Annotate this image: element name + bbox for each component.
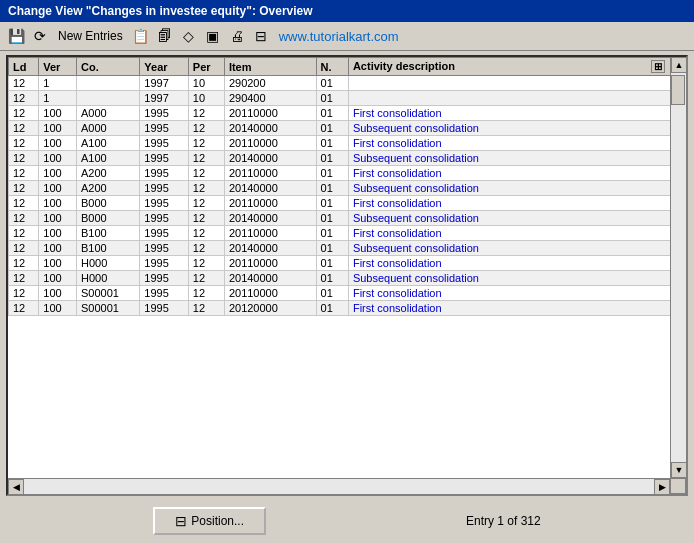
table-row[interactable]: 12100B1001995122011000001First consolida… [9, 226, 686, 241]
table-row[interactable]: 12100H0001995122011000001First consolida… [9, 256, 686, 271]
cell-n: 01 [316, 181, 348, 196]
activity-link[interactable]: First consolidation [353, 287, 442, 299]
cell-year: 1995 [140, 136, 189, 151]
cell-ld: 12 [9, 301, 39, 316]
cell-year: 1995 [140, 181, 189, 196]
activity-link[interactable]: First consolidation [353, 197, 442, 209]
cell-n: 01 [316, 271, 348, 286]
cell-ld: 12 [9, 181, 39, 196]
cell-activity[interactable]: First consolidation [348, 166, 685, 181]
cell-activity[interactable]: First consolidation [348, 136, 685, 151]
cell-item: 20110000 [224, 256, 316, 271]
cell-activity[interactable]: Subsequent consolidation [348, 181, 685, 196]
activity-link[interactable]: First consolidation [353, 167, 442, 179]
save-icon[interactable]: 💾 [6, 26, 26, 46]
cell-n: 01 [316, 151, 348, 166]
cell-activity[interactable]: First consolidation [348, 106, 685, 121]
cell-activity[interactable]: First consolidation [348, 301, 685, 316]
table-row[interactable]: 12100B0001995122014000001Subsequent cons… [9, 211, 686, 226]
table-row[interactable]: 12100A2001995122011000001First consolida… [9, 166, 686, 181]
activity-link[interactable]: Subsequent consolidation [353, 272, 479, 284]
scroll-track[interactable] [671, 73, 686, 462]
table-row[interactable]: 12100A2001995122014000001Subsequent cons… [9, 181, 686, 196]
table-row[interactable]: 12100A1001995122014000001Subsequent cons… [9, 151, 686, 166]
cell-year: 1995 [140, 301, 189, 316]
cell-co: B100 [77, 226, 140, 241]
cell-activity[interactable]: First consolidation [348, 196, 685, 211]
cell-year: 1995 [140, 106, 189, 121]
activity-link[interactable]: Subsequent consolidation [353, 242, 479, 254]
scroll-up-btn[interactable]: ▲ [671, 57, 687, 73]
table-row[interactable]: 12119971029020001 [9, 76, 686, 91]
position-button[interactable]: ⊟ Position... [153, 507, 266, 535]
cell-item: 20140000 [224, 181, 316, 196]
activity-link[interactable]: First consolidation [353, 107, 442, 119]
activity-link[interactable]: Subsequent consolidation [353, 122, 479, 134]
cell-item: 20110000 [224, 226, 316, 241]
cell-year: 1995 [140, 151, 189, 166]
cell-co: A000 [77, 106, 140, 121]
cell-activity[interactable]: First consolidation [348, 226, 685, 241]
cell-per: 10 [188, 76, 224, 91]
undo-icon[interactable]: ◇ [179, 26, 199, 46]
table-scroll-area: Ld Ver Co. Year Per Item N. Activity des… [8, 57, 686, 494]
table-row[interactable]: 12100B1001995122014000001Subsequent cons… [9, 241, 686, 256]
cell-per: 12 [188, 151, 224, 166]
cell-ld: 12 [9, 91, 39, 106]
copy-icon[interactable]: 📋 [131, 26, 151, 46]
cell-per: 12 [188, 241, 224, 256]
cell-activity[interactable]: First consolidation [348, 286, 685, 301]
hscroll-track[interactable] [24, 479, 654, 494]
activity-link[interactable]: First consolidation [353, 302, 442, 314]
table-row[interactable]: 12100S000011995122012000001First consoli… [9, 301, 686, 316]
cell-n: 01 [316, 226, 348, 241]
activity-link[interactable]: First consolidation [353, 227, 442, 239]
table-row[interactable]: 12100A0001995122011000001First consolida… [9, 106, 686, 121]
horizontal-scrollbar[interactable]: ◀ ▶ [8, 478, 670, 494]
print-icon[interactable]: 🖨 [227, 26, 247, 46]
scroll-right-btn[interactable]: ▶ [654, 479, 670, 495]
table-row[interactable]: 12100A1001995122011000001First consolida… [9, 136, 686, 151]
scroll-thumb[interactable] [671, 75, 685, 105]
table-row[interactable]: 12100A0001995122014000001Subsequent cons… [9, 121, 686, 136]
activity-link[interactable]: Subsequent consolidation [353, 152, 479, 164]
cell-co: A000 [77, 121, 140, 136]
cell-activity[interactable]: Subsequent consolidation [348, 121, 685, 136]
table-row[interactable]: 12100B0001995122011000001First consolida… [9, 196, 686, 211]
cell-ver: 100 [39, 301, 77, 316]
cell-year: 1997 [140, 91, 189, 106]
table-row[interactable]: 12100H0001995122014000001Subsequent cons… [9, 271, 686, 286]
cell-activity[interactable]: Subsequent consolidation [348, 271, 685, 286]
activity-link[interactable]: Subsequent consolidation [353, 212, 479, 224]
col-header-year: Year [140, 58, 189, 76]
cell-ld: 12 [9, 226, 39, 241]
cell-ld: 12 [9, 151, 39, 166]
activity-link[interactable]: First consolidation [353, 137, 442, 149]
activity-link[interactable]: Subsequent consolidation [353, 182, 479, 194]
table-row[interactable]: 12100S000011995122011000001First consoli… [9, 286, 686, 301]
refresh-icon[interactable]: ⟳ [30, 26, 50, 46]
watermark: www.tutorialkart.com [279, 29, 399, 44]
cell-activity[interactable]: Subsequent consolidation [348, 241, 685, 256]
vertical-scrollbar[interactable]: ▲ ▼ [670, 57, 686, 478]
cell-activity[interactable]: Subsequent consolidation [348, 151, 685, 166]
cell-n: 01 [316, 91, 348, 106]
column-settings-icon[interactable]: ⊞ [651, 60, 665, 73]
copy2-icon[interactable]: 🗐 [155, 26, 175, 46]
scroll-left-btn[interactable]: ◀ [8, 479, 24, 495]
activity-link[interactable]: First consolidation [353, 257, 442, 269]
position-icon: ⊟ [175, 513, 187, 529]
cell-n: 01 [316, 166, 348, 181]
cell-activity[interactable]: Subsequent consolidation [348, 211, 685, 226]
table-header-row: Ld Ver Co. Year Per Item N. Activity des… [9, 58, 686, 76]
scroll-down-btn[interactable]: ▼ [671, 462, 687, 478]
move-icon[interactable]: ▣ [203, 26, 223, 46]
cell-per: 12 [188, 211, 224, 226]
new-entries-button[interactable]: New Entries [54, 27, 127, 45]
col-header-co: Co. [77, 58, 140, 76]
table-row[interactable]: 12119971029040001 [9, 91, 686, 106]
cell-n: 01 [316, 106, 348, 121]
cell-item: 20140000 [224, 121, 316, 136]
cell-activity[interactable]: First consolidation [348, 256, 685, 271]
config-icon[interactable]: ⊟ [251, 26, 271, 46]
